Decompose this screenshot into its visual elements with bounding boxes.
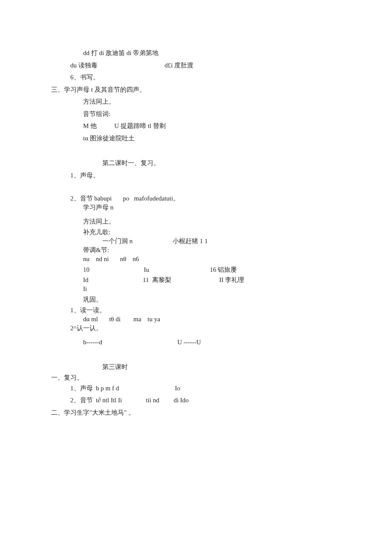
text-line: 带调&节:: [83, 246, 341, 255]
section-heading: 第三课时: [102, 361, 341, 373]
text-line: 2^认一认。: [70, 324, 341, 333]
text-line: tα 图涂徒途院吐土: [83, 132, 341, 145]
text-line: nu nd ni nθ n6: [83, 255, 341, 264]
text-line: b------d U ------U: [83, 336, 341, 349]
text-line: 10 Iu 16 铝旅屡: [83, 264, 341, 276]
text-line: dα ml tθ di ma tu ya: [83, 315, 341, 324]
text-line: Id 11 离黎梨 II 李礼理: [83, 276, 341, 285]
text-line: 2、音节 babupi po mafofudedatuti。: [70, 194, 341, 203]
text-line: 方法同上。: [83, 215, 341, 228]
text-line: 6、书写。: [70, 71, 341, 84]
text-line: 巩固。: [83, 293, 341, 306]
text-line: 2、音节 t∂ ntl Itl Ii tii nd di Ido: [70, 394, 341, 407]
text-line: dd 打 di 敌迪笛 di 帝弟第地: [83, 47, 341, 59]
section-heading: 第二课时一、复习。: [102, 157, 341, 169]
text-line: 1、读一读。: [70, 306, 341, 315]
text-line: 1、声母 b p m f d Io: [70, 382, 341, 395]
text-line: 学习声母 n: [83, 203, 341, 212]
text-line: M 他 U 提题蹄啼 tl 替剃: [83, 120, 341, 132]
text-line: 音节组词:: [83, 108, 341, 120]
text-line: 1、声母。: [70, 169, 341, 182]
text-line: Ii: [83, 285, 341, 293]
section-heading: 一、复习。: [51, 373, 341, 382]
text-line: 补充儿歌:: [83, 228, 341, 237]
document-page: dd 打 di 敌迪笛 di 帝弟第地 du 读独毒 d£i 度肚渡 6、书写。…: [0, 0, 392, 418]
section-heading: 三、学习声母 t 及其音节的四声。: [51, 84, 341, 96]
text-line: du 读独毒 d£i 度肚渡: [70, 59, 341, 72]
section-heading: 二、学习生字"大米土地马" 。: [51, 407, 341, 419]
text-line: 一个门洞 n 小棍赶猪 1 1: [102, 237, 341, 246]
text-line: 方法同上。: [83, 96, 341, 108]
